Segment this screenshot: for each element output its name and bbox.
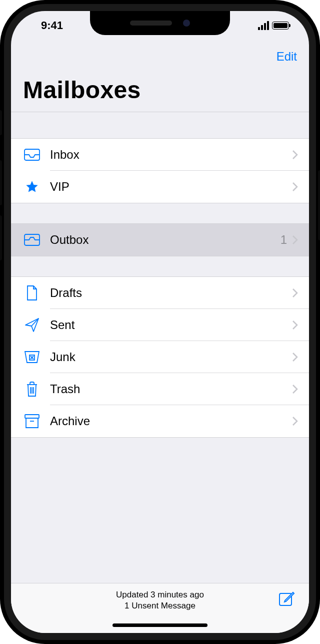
mailbox-label: Inbox [50,148,292,162]
mailbox-label: Sent [50,318,292,332]
archive-icon [22,414,42,428]
chevron-right-icon [292,416,298,426]
status-icons [258,21,292,30]
chevron-right-icon [292,150,298,160]
power-button [318,170,320,240]
status-updated: Updated 3 minutes ago [116,589,204,600]
star-icon [22,180,42,194]
volume-down-button [0,215,2,260]
trash-icon [22,381,42,397]
battery-icon [272,22,289,30]
mailbox-row-junk[interactable]: Junk [11,341,309,373]
mailbox-row-sent[interactable]: Sent [11,309,309,341]
inbox-icon [22,149,42,161]
mailbox-section-account: Drafts Sent [11,277,309,437]
cellular-signal-icon [258,21,269,30]
mute-switch [0,110,2,135]
volume-up-button [0,160,2,205]
svg-rect-3 [25,415,39,418]
mailbox-count: 1 [280,233,287,247]
mailbox-label: Trash [50,382,292,396]
compose-button[interactable] [278,590,295,607]
document-icon [22,285,42,300]
toolbar: Updated 3 minutes ago 1 Unsent Message [11,583,309,633]
mailbox-label: VIP [50,180,292,194]
edit-button[interactable]: Edit [276,50,297,64]
mailbox-label: Archive [50,414,292,428]
mailbox-row-archive[interactable]: Archive [11,405,309,437]
mailbox-label: Junk [50,350,292,364]
mailbox-row-drafts[interactable]: Drafts [11,277,309,309]
chevron-right-icon [292,352,298,362]
mailbox-section-favorites: Inbox VIP [11,139,309,203]
home-indicator[interactable] [112,623,208,627]
outbox-icon [22,234,42,246]
mailbox-section-outbox: Outbox 1 [11,224,309,256]
page-title: Mailboxes [11,73,309,112]
mailbox-row-outbox[interactable]: Outbox 1 [11,224,309,256]
status-unsent: 1 Unsent Message [116,600,204,611]
mailbox-label: Outbox [50,233,280,247]
device-frame: 9:41 Edit Mailboxes [0,0,320,644]
chevron-right-icon [292,384,298,394]
status-time: 9:41 [28,19,63,32]
chevron-right-icon [292,320,298,330]
chevron-right-icon [292,182,298,192]
mailbox-label: Drafts [50,286,292,300]
junk-icon [22,351,42,364]
toolbar-status: Updated 3 minutes ago 1 Unsent Message [116,589,204,611]
mailbox-row-trash[interactable]: Trash [11,373,309,405]
mailbox-row-vip[interactable]: VIP [11,171,309,203]
nav-bar: Edit [11,40,309,73]
chevron-right-icon [292,235,298,245]
paper-plane-icon [22,317,42,333]
notch [90,11,230,35]
mailbox-row-inbox[interactable]: Inbox [11,139,309,171]
chevron-right-icon [292,288,298,298]
